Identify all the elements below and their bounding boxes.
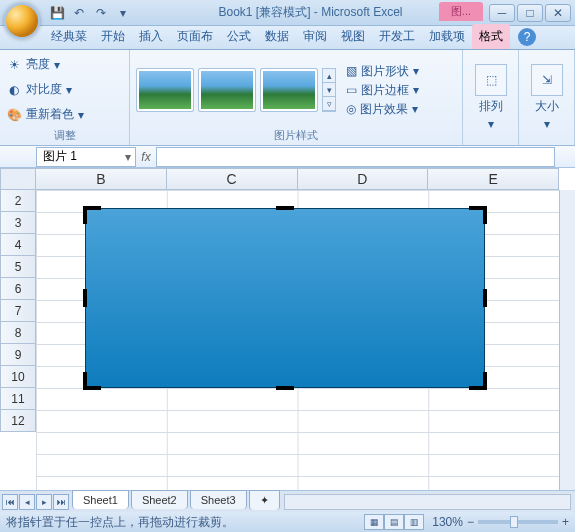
style-gallery-scroll[interactable]: ▴▾▿ — [322, 68, 336, 112]
tab-formula[interactable]: 公式 — [220, 24, 258, 49]
recolor-icon: 🎨 — [6, 107, 22, 123]
tab-layout[interactable]: 页面布 — [170, 24, 220, 49]
tab-home[interactable]: 开始 — [94, 24, 132, 49]
save-icon[interactable]: 💾 — [48, 4, 66, 22]
qat-more-icon[interactable]: ▾ — [114, 4, 132, 22]
contextual-tab-label: 图... — [439, 2, 483, 21]
sheet-nav-first[interactable]: ⏮ — [2, 494, 18, 510]
col-header[interactable]: D — [298, 168, 429, 190]
minimize-button[interactable]: ─ — [489, 4, 515, 22]
row-header[interactable]: 5 — [0, 256, 36, 278]
picture-style-3[interactable] — [260, 68, 318, 112]
col-header[interactable]: C — [167, 168, 298, 190]
brightness-icon: ☀ — [6, 57, 22, 73]
crop-handle-ml[interactable] — [83, 289, 89, 307]
row-header[interactable]: 12 — [0, 410, 36, 432]
sheet-tab-new[interactable]: ✦ — [249, 490, 280, 510]
tab-review[interactable]: 审阅 — [296, 24, 334, 49]
tab-insert[interactable]: 插入 — [132, 24, 170, 49]
vertical-scrollbar[interactable] — [559, 190, 575, 490]
close-button[interactable]: ✕ — [545, 4, 571, 22]
arrange-button[interactable]: ⬚排列▾ — [469, 64, 513, 131]
crop-handle-tl[interactable] — [83, 206, 101, 224]
row-header[interactable]: 4 — [0, 234, 36, 256]
picture-border-button[interactable]: ▭图片边框 ▾ — [346, 82, 419, 99]
tab-data[interactable]: 数据 — [258, 24, 296, 49]
redo-icon[interactable]: ↷ — [92, 4, 110, 22]
horizontal-scrollbar[interactable] — [284, 494, 571, 510]
zoom-out[interactable]: − — [467, 515, 474, 529]
crop-handle-bm[interactable] — [276, 384, 294, 390]
row-header[interactable]: 7 — [0, 300, 36, 322]
crop-handle-br[interactable] — [469, 372, 487, 390]
row-header[interactable]: 2 — [0, 190, 36, 212]
formula-bar[interactable] — [156, 147, 555, 167]
tab-format[interactable]: 格式 — [472, 24, 510, 49]
sheet-nav-last[interactable]: ⏭ — [53, 494, 69, 510]
crop-handle-mr[interactable] — [481, 289, 487, 307]
inserted-picture[interactable] — [85, 208, 485, 388]
tab-view[interactable]: 视图 — [334, 24, 372, 49]
undo-icon[interactable]: ↶ — [70, 4, 88, 22]
row-header[interactable]: 9 — [0, 344, 36, 366]
sheet-tab-1[interactable]: Sheet1 — [72, 490, 129, 509]
fx-icon[interactable]: fx — [136, 150, 156, 164]
sheet-tab-3[interactable]: Sheet3 — [190, 490, 247, 509]
size-icon: ⇲ — [531, 64, 563, 96]
shape-icon: ▧ — [346, 64, 357, 78]
row-header[interactable]: 8 — [0, 322, 36, 344]
zoom-level[interactable]: 130% — [432, 515, 463, 529]
sheet-nav-prev[interactable]: ◂ — [19, 494, 35, 510]
select-all-corner[interactable] — [0, 168, 36, 190]
recolor-button[interactable]: 🎨重新着色 ▾ — [6, 104, 84, 125]
picture-style-1[interactable] — [136, 68, 194, 112]
picture-style-2[interactable] — [198, 68, 256, 112]
row-header[interactable]: 3 — [0, 212, 36, 234]
crop-handle-tr[interactable] — [469, 206, 487, 224]
worksheet-area[interactable]: B C D E 2 3 4 5 6 7 8 9 10 11 12 — [0, 168, 575, 490]
picture-effects-button[interactable]: ◎图片效果 ▾ — [346, 101, 419, 118]
col-header[interactable]: B — [36, 168, 167, 190]
help-icon[interactable]: ? — [518, 28, 536, 46]
picture-shape-button[interactable]: ▧图片形状 ▾ — [346, 63, 419, 80]
zoom-slider[interactable] — [478, 520, 558, 524]
tab-classic[interactable]: 经典菜 — [44, 24, 94, 49]
row-header[interactable]: 10 — [0, 366, 36, 388]
size-button[interactable]: ⇲大小▾ — [525, 64, 569, 131]
zoom-in[interactable]: + — [562, 515, 569, 529]
sheet-tab-2[interactable]: Sheet2 — [131, 490, 188, 509]
contrast-button[interactable]: ◐对比度 ▾ — [6, 79, 72, 100]
group-adjust-label: 调整 — [6, 126, 123, 143]
tab-dev[interactable]: 开发工 — [372, 24, 422, 49]
sheet-nav-next[interactable]: ▸ — [36, 494, 52, 510]
status-text: 将指针置于任一控点上，再拖动进行裁剪。 — [6, 514, 364, 531]
row-header[interactable]: 11 — [0, 388, 36, 410]
name-box[interactable]: 图片 1 — [36, 147, 136, 167]
window-title: Book1 [兼容模式] - Microsoft Excel — [132, 4, 489, 21]
effects-icon: ◎ — [346, 102, 356, 116]
view-pagebreak[interactable]: ▥ — [404, 514, 424, 530]
crop-handle-bl[interactable] — [83, 372, 101, 390]
maximize-button[interactable]: □ — [517, 4, 543, 22]
tab-addin[interactable]: 加载项 — [422, 24, 472, 49]
brightness-button[interactable]: ☀亮度 ▾ — [6, 54, 60, 75]
crop-handle-tm[interactable] — [276, 206, 294, 212]
row-header[interactable]: 6 — [0, 278, 36, 300]
contrast-icon: ◐ — [6, 82, 22, 98]
group-styles-label: 图片样式 — [136, 126, 456, 143]
col-header[interactable]: E — [428, 168, 559, 190]
view-normal[interactable]: ▦ — [364, 514, 384, 530]
office-button[interactable] — [4, 3, 40, 39]
arrange-icon: ⬚ — [475, 64, 507, 96]
border-icon: ▭ — [346, 83, 357, 97]
view-layout[interactable]: ▤ — [384, 514, 404, 530]
